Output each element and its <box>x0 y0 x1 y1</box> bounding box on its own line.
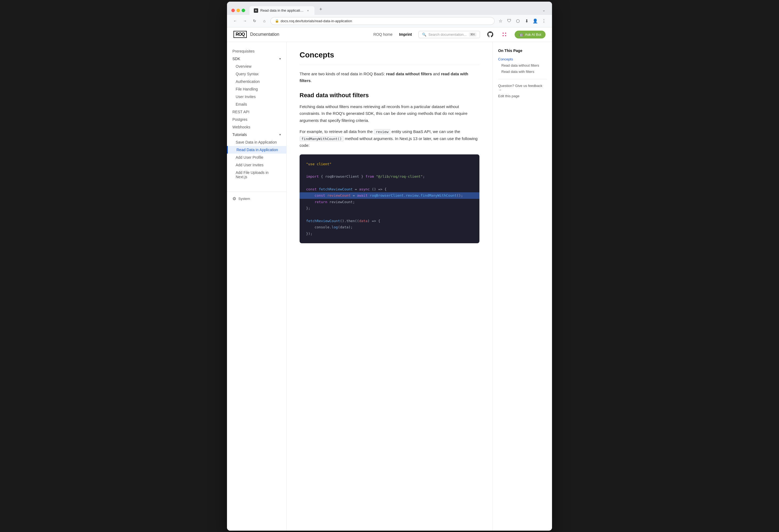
logo-area: ROQ Documentation <box>234 31 279 38</box>
section1-para2-text1: For example, to retrieve all data from t… <box>300 129 373 134</box>
on-this-page-link-with-filters[interactable]: Read data with filters <box>498 68 547 75</box>
heading-divider <box>300 65 479 65</box>
reload-button[interactable]: ↻ <box>251 17 258 25</box>
search-icon: 🔍 <box>422 33 426 37</box>
menu-button[interactable]: ⋮ <box>540 17 548 25</box>
doc-title-label: Documentation <box>250 32 279 37</box>
sidebar-item-user-invites[interactable]: User Invites <box>227 93 286 101</box>
ask-ai-button[interactable]: 🤖 Ask AI Bot <box>515 31 545 39</box>
active-tab[interactable]: R Read data in the application - × <box>249 6 314 15</box>
sdk-section-label: SDK <box>232 57 240 61</box>
code-line-import: import { roqBrowserClient } from "@/lib/… <box>306 173 473 180</box>
forward-button[interactable]: → <box>241 17 249 25</box>
sidebar-section-sdk[interactable]: SDK ▾ <box>227 55 286 63</box>
tutorials-chevron-icon: ▾ <box>279 133 281 136</box>
search-placeholder: Search documentation... <box>428 33 467 37</box>
code-use-client: "use client" <box>306 161 332 167</box>
sidebar-item-file-uploads[interactable]: Add File Uploads in Next.js <box>227 169 286 181</box>
code-line-empty-3 <box>306 212 473 218</box>
on-this-page-link-concepts[interactable]: Concepts <box>498 56 547 62</box>
sidebar-item-prerequisites[interactable]: Prerequisites <box>227 47 286 55</box>
section1-para2-text2: entity using BaaS API, we can use the <box>392 129 460 134</box>
tab-close-button[interactable]: × <box>306 8 310 13</box>
code-line-return: return reviewCount; <box>306 199 473 205</box>
sidebar-item-webhooks[interactable]: Webhooks <box>227 123 286 131</box>
section1-para2: For example, to retrieve all data from t… <box>300 128 479 149</box>
findmanywithcount-code: findManyWithCount() <box>300 136 344 141</box>
address-bar[interactable]: 🔒 docs.roq.dev/tutorials/read-data-in-ap… <box>270 17 495 25</box>
sdk-chevron-icon: ▾ <box>279 57 281 61</box>
sidebar: Prerequisites SDK ▾ Overview Query Synta… <box>227 42 287 531</box>
section1-heading: Read data without filters <box>300 92 479 99</box>
right-sidebar: On This Page Concepts Read data without … <box>492 42 552 531</box>
content-layout: Prerequisites SDK ▾ Overview Query Synta… <box>227 42 552 531</box>
code-line-close2: }); <box>306 231 473 237</box>
system-icon: ⚙ <box>232 196 236 201</box>
search-box[interactable]: 🔍 Search documentation... ⌘K <box>418 31 480 38</box>
logo[interactable]: ROQ <box>234 31 247 38</box>
section1-para1: Fetching data without filters means retr… <box>300 103 479 124</box>
minimize-window-button[interactable] <box>236 9 240 12</box>
search-kbd: ⌘K <box>469 33 476 37</box>
back-button[interactable]: ← <box>231 17 239 25</box>
sidebar-item-query-syntax[interactable]: Query Syntax <box>227 70 286 78</box>
maximize-window-button[interactable] <box>242 9 245 12</box>
nav-bar: ← → ↻ ⌂ 🔒 docs.roq.dev/tutorials/read-da… <box>227 15 552 27</box>
shield-button[interactable]: 🛡 <box>505 17 513 25</box>
sidebar-item-rest-api[interactable]: REST API <box>227 108 286 116</box>
code-line-1: "use client" <box>306 161 473 167</box>
right-sidebar-divider <box>498 79 547 79</box>
sidebar-item-read-data[interactable]: Read Data in Application <box>227 146 286 154</box>
traffic-lights <box>231 9 245 15</box>
close-window-button[interactable] <box>231 9 235 12</box>
review-code: review <box>374 129 390 134</box>
imprint-link[interactable]: Imprint <box>399 32 412 37</box>
new-tab-button[interactable]: + <box>317 4 325 15</box>
bookmark-button[interactable]: ☆ <box>497 17 504 25</box>
sidebar-item-add-user-invites[interactable]: Add User Invites <box>227 161 286 169</box>
intro-bold-1: read data without filters <box>386 71 432 76</box>
tutorials-section-label: Tutorials <box>232 132 247 137</box>
sidebar-bottom[interactable]: ⚙ System <box>227 191 286 205</box>
top-nav: ROQ Documentation ROQ home Imprint 🔍 Sea… <box>227 27 552 42</box>
main-content: Concepts There are two kinds of read dat… <box>287 42 492 531</box>
sidebar-item-overview[interactable]: Overview <box>227 63 286 70</box>
github-icon[interactable] <box>486 31 494 38</box>
sidebar-item-file-handling[interactable]: File Handling <box>227 85 286 93</box>
page-heading: Concepts <box>300 51 479 59</box>
code-line-console: console. log (data); <box>306 224 473 230</box>
svg-rect-1 <box>505 33 506 34</box>
sidebar-item-postgres[interactable]: Postgres <box>227 116 286 123</box>
code-line-const-func: const fetchReviewCount = async () => { <box>306 186 473 192</box>
address-text: docs.roq.dev/tutorials/read-data-in-appl… <box>281 19 490 23</box>
download-button[interactable]: ⬇ <box>523 17 530 25</box>
svg-rect-0 <box>503 33 504 34</box>
code-line-fetch-then: fetchReviewCount ().then(( data ) => { <box>306 218 473 224</box>
code-line-close1: }; <box>306 205 473 211</box>
tab-favicon: R <box>254 8 258 13</box>
sidebar-section-tutorials[interactable]: Tutorials ▾ <box>227 131 286 138</box>
home-button[interactable]: ⌂ <box>260 17 268 25</box>
roq-home-link[interactable]: ROQ home <box>373 32 393 37</box>
on-this-page-link-no-filters[interactable]: Read data without filters <box>498 62 547 68</box>
sidebar-item-authentication[interactable]: Authentication <box>227 78 286 85</box>
extension-button[interactable]: ⬡ <box>514 17 522 25</box>
code-line-empty-1 <box>306 167 473 173</box>
top-nav-links: ROQ home Imprint 🔍 Search documentation.… <box>373 31 545 39</box>
browser-window: R Read data in the application - × + ⌄ ←… <box>227 2 552 531</box>
feedback-link[interactable]: Question? Give us feedback → <box>498 84 547 92</box>
code-line-empty-2 <box>306 180 473 186</box>
sidebar-item-emails[interactable]: Emails <box>227 101 286 108</box>
account-button[interactable]: 👤 <box>531 17 539 25</box>
page-body: ROQ Documentation ROQ home Imprint 🔍 Sea… <box>227 27 552 531</box>
sidebar-item-add-user-profile[interactable]: Add User Profile <box>227 154 286 161</box>
edit-page-link[interactable]: Edit this page <box>498 94 547 98</box>
svg-rect-2 <box>503 35 504 36</box>
code-block: "use client" import { roqBrowserClient }… <box>300 155 479 243</box>
slack-icon[interactable] <box>500 31 508 38</box>
intro-text-1: There are two kinds of read data in ROQ … <box>300 71 385 76</box>
ask-ai-icon: 🤖 <box>519 33 523 37</box>
sidebar-item-save-data[interactable]: Save Data in Application <box>227 138 286 146</box>
tab-expand-button[interactable]: ⌄ <box>540 6 548 15</box>
tab-title: Read data in the application - <box>260 8 304 12</box>
